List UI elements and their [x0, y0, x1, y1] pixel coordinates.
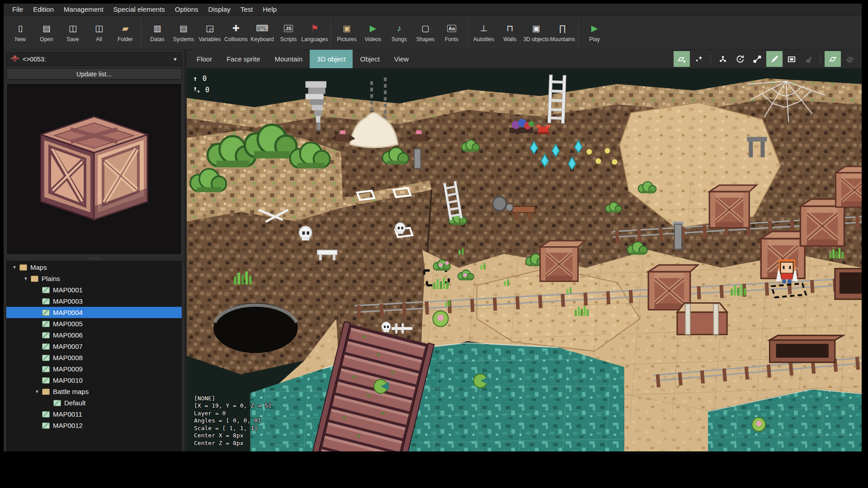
toolbar-mountains-button[interactable]: ∏Mountains [549, 16, 576, 49]
tree-item-label: MAP0011 [53, 410, 82, 418]
tab-mountain[interactable]: Mountain [267, 50, 310, 68]
rectangle-icon [787, 55, 796, 64]
tree-item-map0006[interactable]: MAP0006 [6, 329, 182, 341]
scale-tool[interactable] [749, 51, 765, 67]
toolbar-systems-button[interactable]: ▤Systems [170, 16, 197, 49]
toolbar-autotiles-button[interactable]: ⊥Autotiles [471, 16, 497, 49]
menu-options[interactable]: Options [170, 4, 203, 15]
tree-item-label: MAP0012 [53, 422, 83, 429]
tab-3d-object[interactable]: 3D object [310, 50, 353, 68]
toolbar-collisions-button[interactable]: ✚Collisions [223, 16, 249, 49]
menu-test[interactable]: Test [236, 4, 258, 15]
tree-item-map0005[interactable]: MAP0005 [6, 318, 182, 329]
toolbar-group: ▯New▤Open◫Save◫All▰Folder [5, 16, 140, 49]
toolbar-separator [330, 19, 331, 47]
variables-icon: ◲ [206, 23, 214, 34]
systems-icon: ▤ [179, 23, 188, 34]
toolbar-languages-button[interactable]: ⚑Languages [302, 16, 328, 49]
toolbar-walls-button[interactable]: ⊓Walls [497, 16, 523, 49]
selection-info-line: Scale = [ 1, 1, 1] [194, 425, 272, 432]
toolbar-fonts-button[interactable]: AaFonts [439, 16, 465, 49]
tree-item-default[interactable]: Default [6, 397, 182, 408]
tree-item-label: Battle maps [53, 388, 89, 395]
tree-item-map0010[interactable]: MAP0010 [6, 375, 182, 386]
toolbar-open-button[interactable]: ▤Open [33, 16, 60, 49]
map-icon [42, 411, 50, 418]
menu-file[interactable]: File [7, 4, 28, 15]
wooden-crate-3d-preview [26, 101, 162, 237]
keyboard-icon: ⌨ [256, 23, 268, 34]
tree-expand-caret[interactable]: ▼ [22, 276, 29, 281]
toolbar-all-button[interactable]: ◫All [86, 16, 112, 49]
toolbar-item-label: New [15, 36, 26, 42]
tab-face-sprite[interactable]: Face sprite [219, 50, 267, 68]
toolbar-videos-button[interactable]: ▶Videos [360, 16, 386, 49]
toolbar-keyboard-button[interactable]: ⌨Keyboard [249, 16, 275, 49]
toolbar-variables-button[interactable]: ◲Variables [197, 16, 223, 49]
tree-item-label: Default [64, 399, 86, 407]
menu-management[interactable]: Management [59, 4, 108, 15]
tree-item-plains[interactable]: ▼Plains [6, 273, 182, 284]
tree-item-map0011[interactable]: MAP0011 [6, 408, 182, 420]
fonts-icon: Aa [447, 23, 456, 34]
object-selector-value: <>0053: [23, 56, 46, 63]
tab-view[interactable]: View [387, 50, 416, 68]
pencil-tool[interactable] [766, 51, 783, 67]
map-canvas[interactable]: ↑0 ↑+0 [NONE][X = 19, Y = 0, Z = 5]Layer… [187, 68, 862, 451]
tree-item-map0003[interactable]: MAP0003 [6, 296, 182, 307]
tree-item-label: MAP0007 [53, 343, 83, 350]
object-selector-dropdown[interactable]: <>0053: ▼ [6, 52, 182, 66]
tree-item-map0009[interactable]: MAP0009 [6, 363, 182, 375]
object-3d-preview[interactable] [6, 83, 182, 255]
rotate-tool[interactable] [732, 51, 748, 67]
tree-item-label: MAP0005 [53, 320, 83, 328]
tree-item-battle-maps[interactable]: ▼Battle maps [6, 386, 182, 397]
map-icon [53, 400, 61, 406]
tree-item-map0008[interactable]: MAP0008 [6, 352, 182, 363]
selection-info-overlay: [NONE][X = 19, Y = 0, Z = 5]Layer = 0Ang… [194, 395, 272, 447]
tree-item-label: Plains [42, 275, 60, 282]
update-list-button[interactable]: Update list... [6, 68, 182, 80]
toolbar-item-label: Play [589, 36, 599, 42]
plane-icon [828, 55, 837, 64]
selection-info-line: Angles = [ 0, 0, 0] [194, 417, 272, 425]
editor-tab-bar: FloorFace spriteMountain3D objectObjectV… [187, 50, 862, 68]
tree-expand-caret[interactable]: ▼ [11, 265, 18, 270]
folder-icon [42, 389, 50, 395]
menu-edition[interactable]: Edition [28, 4, 59, 15]
panel-splitter-handle[interactable]: ◌◌◌ [6, 255, 182, 261]
toolbar-datas-button[interactable]: ▥Datas [144, 16, 170, 49]
add-land-tool[interactable] [674, 51, 690, 67]
videos-icon: ▶ [370, 23, 377, 34]
tree-item-map0001[interactable]: MAP0001 [6, 284, 182, 296]
tree-item-map0007[interactable]: MAP0007 [6, 341, 182, 352]
tab-floor[interactable]: Floor [189, 50, 219, 68]
toolbar-shapes-button[interactable]: ▢Shapes [412, 16, 439, 49]
main-toolbar: ▯New▤Open◫Save◫All▰Folder▥Datas▤Systems◲… [4, 16, 862, 50]
tree-expand-caret[interactable]: ▼ [33, 389, 41, 394]
tree-item-map0012[interactable]: MAP0012 [6, 420, 182, 431]
toolbar-pictures-button[interactable]: ▣Pictures [334, 16, 360, 49]
tree-item-label: Maps [30, 263, 47, 271]
toolbar-save-button[interactable]: ◫Save [60, 16, 86, 49]
toolbar-songs-button[interactable]: ♪Songs [386, 16, 412, 49]
add-point-tool[interactable] [691, 51, 707, 67]
translate-tool[interactable] [715, 51, 731, 67]
toolbar-new-button[interactable]: ▯New [7, 16, 33, 49]
tree-item-map0004[interactable]: MAP0004 [6, 307, 182, 318]
paint-tool [801, 51, 817, 67]
toolbar-folder-button[interactable]: ▰Folder [112, 16, 138, 49]
menu-display[interactable]: Display [203, 4, 236, 15]
rectangle-tool[interactable] [783, 51, 800, 67]
tab-object[interactable]: Object [353, 50, 387, 68]
toolbar-scripts-button[interactable]: JSScripts [275, 16, 302, 49]
plane-mode-tool[interactable] [825, 51, 841, 67]
toolbar-play-button[interactable]: ▶Play [581, 16, 608, 49]
tree-item-maps[interactable]: ▼Maps [6, 262, 182, 273]
menu-help[interactable]: Help [258, 4, 282, 15]
autotiles-icon: ⊥ [480, 23, 488, 34]
toolbar-3d-objects-button[interactable]: ▣3D objects [523, 16, 549, 49]
toolbar-item-label: Collisions [224, 36, 247, 42]
menu-special-elements[interactable]: Special elements [108, 4, 170, 15]
toolbar-item-label: Autotiles [473, 36, 494, 42]
